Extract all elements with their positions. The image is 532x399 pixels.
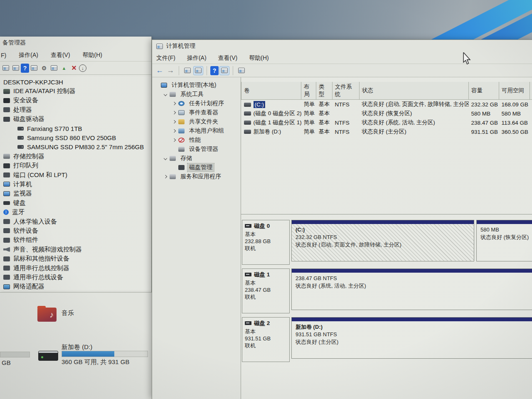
- chevron-closed-icon[interactable]: [164, 175, 167, 178]
- device-tree-item[interactable]: 蓝牙: [0, 207, 151, 217]
- drive-d-label[interactable]: 新加卷 (D:): [62, 343, 92, 351]
- device-tree-item[interactable]: 处理器: [0, 105, 151, 114]
- device-tree-item[interactable]: Fanxiang S770 1TB: [0, 124, 151, 133]
- chevron-open-icon[interactable]: [164, 157, 167, 160]
- cm-tree-item[interactable]: 性能: [152, 135, 238, 145]
- device-manager-titlebar[interactable]: 备管理器: [0, 37, 151, 49]
- cm-tree-item[interactable]: 本地用户和组: [152, 126, 238, 135]
- device-tree-item[interactable]: 通用串行总线设备: [0, 273, 151, 282]
- volume-column-header[interactable]: 卷: [241, 82, 301, 100]
- device-tree-item[interactable]: 通用串行总线控制器: [0, 264, 151, 273]
- device-tree-item[interactable]: 计算机: [0, 180, 151, 189]
- search-computer-icon[interactable]: [49, 64, 59, 73]
- device-tree-item[interactable]: 监视器: [0, 189, 151, 198]
- computer-name-label: DESKTOP-KKPJC3H: [3, 79, 63, 86]
- device-tree-item[interactable]: 人体学输入设备: [0, 217, 151, 226]
- export-icon[interactable]: [182, 66, 192, 75]
- type-cell: 基本: [316, 109, 332, 118]
- disk-label-box[interactable]: 磁盘 2基本931.51 GB联机: [242, 317, 290, 362]
- partition-size-info: 238.47 GB NTFS: [296, 275, 532, 282]
- volume-column-header[interactable]: 容量: [469, 82, 499, 100]
- chevron-closed-icon[interactable]: [172, 102, 176, 105]
- console-window-icon[interactable]: [1, 64, 11, 73]
- show-action-pane-icon[interactable]: [219, 66, 229, 75]
- device-tree-item[interactable]: 软件组件: [0, 236, 151, 245]
- disable-device-icon[interactable]: ↓: [79, 64, 86, 72]
- cm-menu-item-1[interactable]: 操作(A): [187, 54, 207, 62]
- device-tree-item[interactable]: Samsung SSD 860 EVO 250GB: [0, 133, 151, 142]
- partition-box[interactable]: 238.47 GB NTFS状态良好 (系统, 活动, 主分区): [291, 268, 532, 310]
- disk-label-box[interactable]: 磁盘 0基本232.88 GB联机: [242, 220, 290, 265]
- cm-tree-item[interactable]: 事件查看器: [152, 108, 238, 117]
- properties-icon[interactable]: [236, 66, 246, 75]
- volume-column-header[interactable]: 类型: [316, 82, 332, 100]
- cm-tree-item[interactable]: 服务和应用程序: [152, 172, 238, 181]
- forward-icon[interactable]: →: [165, 66, 175, 75]
- volume-column-header[interactable]: 布局: [301, 82, 316, 100]
- help-icon[interactable]: ?: [21, 64, 29, 73]
- cm-tree-item[interactable]: 存储: [152, 154, 238, 163]
- device-tree-item[interactable]: 端口 (COM 和 LPT): [0, 170, 151, 180]
- devmgr-menu-item-1[interactable]: 操作(A): [19, 52, 38, 59]
- disk-label-box[interactable]: 磁盘 1基本238.47 GB联机: [242, 268, 290, 313]
- volume-list-area: 卷布局类型文件系统状态容量可用空间 (C:)简单基本NTFS状态良好 (启动, …: [241, 77, 532, 214]
- chevron-closed-icon[interactable]: [172, 129, 176, 133]
- export-list-icon[interactable]: [29, 64, 39, 73]
- console-tree-icon[interactable]: [193, 66, 203, 75]
- chevron-open-icon[interactable]: [164, 93, 167, 96]
- toolbar-separator: [179, 66, 179, 75]
- partition-box[interactable]: 580 MB状态良好 (恢复分区): [476, 220, 532, 261]
- uninstall-device-icon[interactable]: ×: [69, 64, 79, 73]
- volume-column-header[interactable]: 状态: [360, 82, 469, 100]
- device-tree-item[interactable]: 鼠标和其他指针设备: [0, 254, 151, 263]
- table-row[interactable]: (磁盘 0 磁盘分区 2)简单基本状态良好 (恢复分区)580 MB580 MB…: [241, 109, 532, 118]
- disk-name-row: 磁盘 2: [245, 320, 287, 327]
- device-tree-item[interactable]: 存储控制器: [0, 152, 151, 161]
- device-tree-item[interactable]: 磁盘驱动器: [0, 115, 151, 124]
- cm-menu-item-0[interactable]: 文件(F): [156, 54, 175, 62]
- cm-menu-item-2[interactable]: 查看(V): [218, 54, 238, 62]
- music-folder-item[interactable]: ♪: [37, 306, 57, 322]
- scan-hardware-icon[interactable]: ⚙: [39, 64, 49, 73]
- volume-column-header[interactable]: 文件系统: [332, 82, 360, 100]
- partition-type-bar: [292, 318, 532, 321]
- volume-column-header-clipped[interactable]: [530, 82, 532, 100]
- device-tree-item[interactable]: 声音、视频和游戏控制器: [0, 245, 151, 254]
- partition-box[interactable]: (C:)232.32 GB NTFS状态良好 (启动, 页面文件, 故障转储, …: [291, 220, 474, 261]
- device-tree-item[interactable]: 安全设备: [0, 96, 151, 105]
- device-tree-item[interactable]: 软件设备: [0, 226, 151, 235]
- table-row[interactable]: (磁盘 1 磁盘分区 1)简单基本NTFS状态良好 (系统, 活动, 主分区)2…: [241, 118, 532, 127]
- tree-item-computer-name[interactable]: DESKTOP-KKPJC3H: [0, 77, 151, 86]
- back-icon[interactable]: ←: [155, 66, 165, 75]
- devmgr-menu-item-3[interactable]: 帮助(H): [83, 52, 102, 59]
- device-tree-item[interactable]: IDE ATA/ATAPI 控制器: [0, 86, 151, 96]
- cm-tree-item[interactable]: 设备管理器: [152, 145, 238, 154]
- cm-tree-item[interactable]: 共享文件夹: [152, 117, 238, 126]
- cm-menu-item-3[interactable]: 帮助(H): [249, 54, 268, 62]
- cm-tree-item[interactable]: 计算机管理(本地): [152, 81, 238, 90]
- table-row[interactable]: (C:)简单基本NTFS状态良好 (启动, 页面文件, 故障转储, 主分区)23…: [241, 100, 532, 109]
- computer-management-titlebar[interactable]: 计算机管理: [152, 40, 532, 52]
- update-driver-icon[interactable]: ▲: [59, 64, 69, 73]
- device-tree-item-label: 打印队列: [13, 162, 38, 170]
- partition-type-bar: [292, 220, 474, 224]
- chevron-closed-icon[interactable]: [172, 138, 176, 142]
- device-tree-item[interactable]: 网络适配器: [0, 282, 151, 291]
- chevron-closed-icon[interactable]: [172, 111, 176, 114]
- table-row[interactable]: 新加卷 (D:)简单基本NTFS状态良好 (主分区)931.51 GB360.5…: [241, 127, 532, 136]
- partition-box[interactable]: 新加卷 (D:)931.51 GB NTFS状态良好 (主分区): [291, 317, 532, 359]
- volume-column-header[interactable]: 可用空间: [499, 82, 530, 100]
- chevron-closed-icon[interactable]: [172, 120, 176, 123]
- properties-icon[interactable]: [11, 64, 21, 73]
- devmgr-menu-item-0[interactable]: F): [1, 52, 6, 59]
- cm-tree-item[interactable]: 任务计划程序: [152, 99, 238, 108]
- help-icon[interactable]: ?: [210, 66, 219, 75]
- device-tree-item[interactable]: 打印队列: [0, 161, 151, 170]
- device-tree-item[interactable]: 键盘: [0, 198, 151, 207]
- disk-icon: [245, 273, 251, 276]
- devmgr-menu-item-2[interactable]: 查看(V): [51, 52, 70, 59]
- device-tree-item[interactable]: SAMSUNG SSD PM830 2.5" 7mm 256GB: [0, 143, 151, 152]
- partition-type-bar: [292, 269, 532, 273]
- cm-tree-item[interactable]: 系统工具: [152, 90, 238, 99]
- cm-tree-item[interactable]: 磁盘管理: [152, 163, 238, 172]
